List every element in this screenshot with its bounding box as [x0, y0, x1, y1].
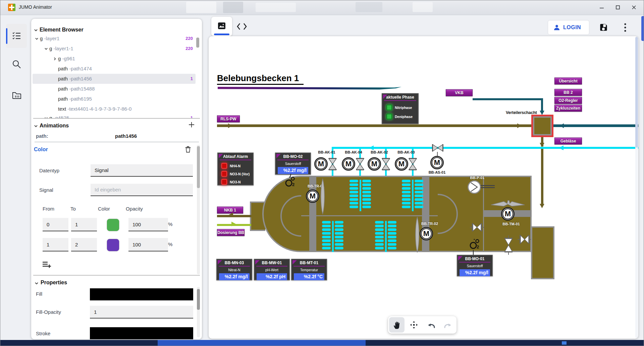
device-label: BB-AK-01: [313, 150, 340, 154]
maximize-icon: [616, 5, 620, 9]
tree-item[interactable]: text -text4401-4-1-9-7-3-9-7-86-0: [33, 104, 196, 114]
propeller-icon: [319, 178, 326, 215]
col-from: From: [43, 206, 54, 212]
chevron-down-icon[interactable]: [35, 281, 39, 285]
chevron-down-icon[interactable]: [34, 28, 38, 32]
sidebar-item-library[interactable]: [9, 88, 24, 103]
fill-color-field[interactable]: [90, 288, 193, 300]
code-view-button[interactable]: [237, 22, 247, 32]
delete-animation-button[interactable]: [185, 146, 191, 154]
from-input[interactable]: [43, 238, 68, 251]
valve-icon[interactable]: [356, 158, 365, 170]
tree-item-selected[interactable]: path -path1456 1: [33, 74, 196, 84]
motor-symbol[interactable]: M: [368, 157, 381, 171]
tree-item[interactable]: g -g961: [33, 54, 196, 64]
nav-button-uebersicht[interactable]: Übersicht: [554, 77, 582, 84]
maximize-button[interactable]: [610, 2, 625, 13]
tree-scrollbar[interactable]: [196, 38, 199, 48]
tree-item[interactable]: g -g4525 1: [33, 113, 196, 118]
valve-icon[interactable]: [381, 158, 390, 170]
nav-button-rls-pw[interactable]: RLS-PW: [217, 115, 240, 122]
image-icon: [218, 22, 226, 30]
meter-id: BB-MO-01: [458, 256, 492, 261]
green-led-icon: [386, 105, 392, 110]
animations-scrollbar-thumb[interactable]: [197, 146, 200, 188]
window-scrollbar-accent[interactable]: [641, 16, 644, 41]
element-count-badge: 1: [191, 74, 193, 84]
move-tool-button[interactable]: [406, 317, 422, 333]
alarm-panel-title: Ablauf Alarm: [218, 154, 253, 159]
signal-input[interactable]: [91, 184, 193, 196]
opacity-input[interactable]: [128, 218, 168, 231]
tab-designer[interactable]: [211, 17, 232, 36]
tree-item[interactable]: path -path1474: [33, 64, 196, 74]
chevron-down-icon[interactable]: [34, 124, 38, 128]
color-swatch[interactable]: [107, 219, 119, 231]
canvas-scrollbar-thumb[interactable]: [635, 37, 638, 148]
nav-button-geblaese[interactable]: Gebläse: [554, 137, 582, 145]
titlebar: JUMO Animator: [0, 0, 644, 15]
undo-button[interactable]: [423, 317, 439, 333]
motor-symbol[interactable]: M: [501, 207, 515, 221]
properties-scrollbar-thumb[interactable]: [197, 289, 200, 310]
color-swatch[interactable]: [107, 239, 119, 251]
valve-icon[interactable]: [328, 158, 337, 170]
save-button[interactable]: [599, 23, 608, 33]
add-row-button[interactable]: [42, 261, 51, 270]
login-button[interactable]: LOGIN: [548, 20, 589, 35]
nav-button-zykluszeiten[interactable]: Zykluszeiten: [554, 105, 582, 112]
element-list-icon: [11, 31, 21, 41]
flow-arrow: [559, 123, 564, 128]
datentyp-select[interactable]: Signal: [91, 164, 193, 177]
opacity-unit: %: [168, 221, 172, 227]
fill-opacity-input[interactable]: [90, 306, 193, 319]
diagram-canvas[interactable]: Belebungsbecken 1 aktuelle Phase Nitriph…: [209, 36, 638, 339]
minimize-button[interactable]: [594, 2, 609, 13]
valve-icon[interactable]: [504, 235, 513, 255]
pump-icon[interactable]: [467, 180, 481, 194]
alarm-item: NO3-N (Vor): [221, 171, 253, 177]
motor-symbol[interactable]: M: [420, 227, 433, 240]
sidebar-item-search[interactable]: [9, 57, 24, 72]
chevron-down-icon[interactable]: [35, 37, 39, 41]
tree-item[interactable]: path -path15488: [33, 84, 196, 94]
nav-button-dosierung-bb[interactable]: Dosierung BB: [217, 229, 245, 236]
motor-symbol[interactable]: M: [314, 157, 328, 171]
valve-icon[interactable]: [470, 223, 484, 232]
meter-param: Temperatur: [292, 268, 326, 272]
pipe-olive: [217, 215, 251, 217]
valve-icon[interactable]: [408, 158, 417, 170]
nav-button-o2-regler[interactable]: O2-Regler: [554, 97, 582, 104]
nav-button-bb2[interactable]: BB 2: [554, 89, 582, 96]
to-input[interactable]: [71, 218, 97, 231]
motor-symbol[interactable]: M: [430, 156, 444, 169]
redo-button[interactable]: [440, 317, 456, 333]
pan-tool-button[interactable]: [389, 317, 405, 333]
stroke-color-field[interactable]: [90, 327, 193, 339]
opacity-input[interactable]: [128, 238, 168, 251]
titlebar-ghost: [256, 3, 296, 12]
valve-icon[interactable]: [432, 144, 443, 152]
chevron-right-icon[interactable]: [53, 57, 57, 61]
connector-line: [473, 250, 474, 255]
chevron-down-icon[interactable]: [44, 47, 48, 51]
device-label: BB-AK-03: [393, 150, 420, 154]
tree-item[interactable]: path -path6195: [33, 94, 196, 104]
valve-icon[interactable]: [518, 234, 532, 245]
add-animation-button[interactable]: [188, 120, 195, 130]
motor-symbol[interactable]: M: [395, 157, 408, 171]
close-button[interactable]: [627, 2, 641, 13]
menu-button[interactable]: [623, 23, 627, 34]
motor-symbol[interactable]: M: [342, 157, 355, 171]
tree-item[interactable]: g -layer1 220: [33, 34, 196, 44]
nav-button-vkb[interactable]: VKB: [446, 89, 473, 96]
sidebar-item-elements[interactable]: [6, 24, 27, 48]
animation-rule-color[interactable]: Color: [34, 147, 48, 153]
tree-item[interactable]: g -layer1-1 220: [33, 44, 196, 54]
datentyp-label: Datentyp: [39, 168, 59, 173]
motor-symbol[interactable]: M: [306, 189, 319, 203]
selected-element-highlight[interactable]: [531, 115, 553, 137]
from-input[interactable]: [43, 218, 68, 231]
flow-arrow: [369, 146, 374, 150]
to-input[interactable]: [71, 238, 97, 251]
